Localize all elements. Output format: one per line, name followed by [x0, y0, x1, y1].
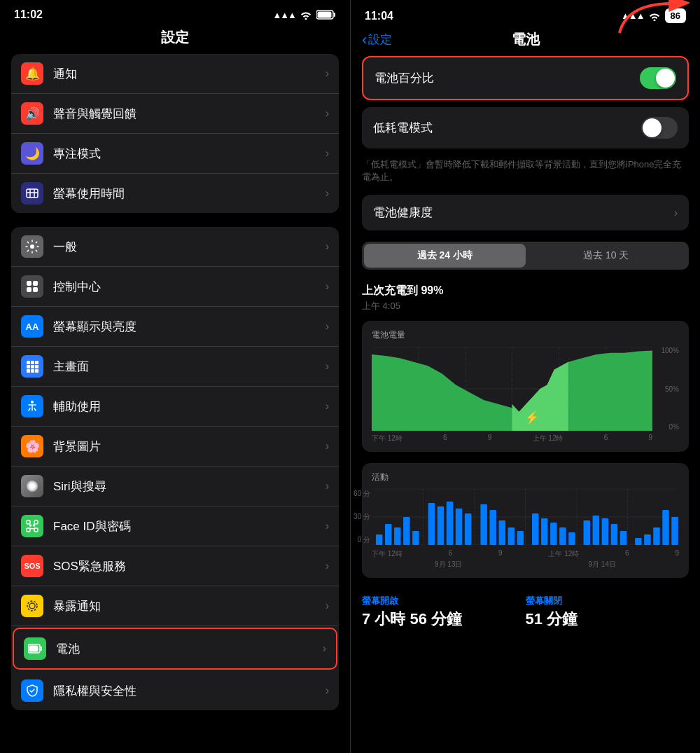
low-power-toggle[interactable]: [641, 117, 678, 139]
right-wifi-icon: [648, 11, 661, 21]
settings-item-notifications[interactable]: 🔔 通知 ›: [11, 54, 339, 94]
svg-rect-73: [611, 524, 617, 545]
settings-item-home-screen[interactable]: 主畫面 ›: [11, 347, 339, 387]
privacy-icon: [21, 679, 43, 702]
svg-rect-50: [376, 534, 382, 545]
settings-item-face-id[interactable]: Face ID與密碼 ›: [11, 506, 339, 546]
wallpaper-icon: 🌸: [21, 435, 43, 457]
battery-health-section: 電池健康度 ›: [362, 195, 689, 230]
settings-item-exposure[interactable]: 暴露通知 ›: [11, 586, 339, 626]
home-screen-chevron: ›: [326, 360, 329, 373]
notifications-chevron: ›: [326, 67, 329, 80]
accessibility-label: 輔助使用: [53, 399, 326, 415]
display-label: 螢幕顯示與亮度: [53, 319, 326, 335]
svg-rect-74: [620, 531, 626, 545]
exposure-chevron: ›: [326, 600, 329, 612]
settings-item-focus[interactable]: 🌙 專注模式 ›: [11, 134, 339, 174]
home-screen-label: 主畫面: [53, 359, 326, 375]
right-status-icons: ▲▲▲ 86: [621, 8, 686, 23]
battery-percent-badge: 86: [665, 8, 686, 23]
screen-on-col: 螢幕開啟 7 小時 56 分鐘: [362, 595, 526, 630]
chart-x-1: 下午 12時: [372, 434, 402, 443]
display-icon: AA: [21, 315, 43, 338]
act-x-5: 6: [625, 549, 629, 559]
svg-rect-8: [33, 287, 38, 292]
battery-chart-svg: ⚡: [372, 347, 652, 431]
activity-chart-container: 活動 60 分 30 分 0 分: [362, 463, 689, 578]
tab-24h[interactable]: 過去 24 小時: [364, 244, 526, 268]
settings-item-sounds[interactable]: 🔊 聲音與觸覺回饋 ›: [11, 94, 339, 134]
svg-text:⚡: ⚡: [525, 410, 539, 426]
privacy-label: 隱私權與安全性: [53, 683, 326, 699]
settings-section-1: 🔔 通知 › 🔊 聲音與觸覺回饋 › 🌙 專注模式 › 螢幕使用時間 ›: [11, 54, 339, 213]
svg-rect-63: [508, 527, 514, 545]
accessibility-icon: [21, 395, 43, 417]
settings-section-2: 一般 › 控制中心 › AA 螢幕顯示與亮度 › 主畫面 ›: [11, 227, 339, 710]
svg-rect-7: [27, 287, 31, 292]
sounds-chevron: ›: [326, 107, 329, 120]
right-panel: 11:04 ▲▲▲ 86 ‹ 設定 電池 電池百分比: [350, 0, 700, 753]
svg-rect-61: [489, 510, 496, 545]
battery-health-label: 電池健康度: [373, 205, 674, 221]
settings-item-accessibility[interactable]: 輔助使用 ›: [11, 387, 339, 427]
battery-percent-toggle[interactable]: [640, 67, 676, 89]
activity-chart-area: 60 分 30 分 0 分: [372, 489, 679, 569]
screen-time-chevron: ›: [326, 187, 329, 200]
battery-settings-icon: [24, 637, 46, 660]
battery-icon: [316, 10, 336, 20]
chart-y-100: 100%: [654, 347, 679, 354]
exposure-label: 暴露通知: [53, 598, 326, 614]
chart-y-0: 0%: [654, 423, 679, 431]
svg-rect-65: [532, 513, 538, 545]
settings-item-battery[interactable]: 電池 ›: [13, 628, 337, 670]
svg-point-23: [30, 525, 31, 526]
act-y-30: 30 分: [350, 512, 370, 522]
left-nav-bar: 設定: [0, 25, 350, 54]
battery-chart-area: 100% 50% 0% ⚡: [372, 347, 679, 431]
low-power-description: 「低耗電模式」會暫時降低下載和郵件擷取等背景活動，直到您將iPhone完全充電為…: [351, 154, 700, 195]
charge-title: 上次充電到 99%: [362, 284, 689, 298]
battery-health-chevron: ›: [674, 207, 678, 219]
settings-item-privacy[interactable]: 隱私權與安全性 ›: [11, 671, 339, 710]
nav-back-button[interactable]: ‹ 設定: [362, 31, 392, 49]
settings-item-siri[interactable]: Siri與搜尋 ›: [11, 467, 339, 506]
act-x-2: 6: [449, 549, 453, 559]
svg-rect-68: [559, 527, 566, 545]
settings-item-wallpaper[interactable]: 🌸 背景圖片 ›: [11, 427, 339, 467]
settings-item-screen-time[interactable]: 螢幕使用時間 ›: [11, 174, 339, 213]
home-screen-icon: [21, 355, 43, 378]
svg-rect-53: [403, 517, 410, 545]
battery-health-row[interactable]: 電池健康度 ›: [362, 195, 689, 230]
low-power-toggle-knob: [643, 118, 662, 137]
sounds-icon: 🔊: [21, 102, 43, 125]
left-time: 11:02: [14, 8, 43, 21]
settings-item-sos[interactable]: SOS SOS緊急服務 ›: [11, 546, 339, 586]
settings-item-general[interactable]: 一般 ›: [11, 227, 339, 267]
svg-rect-12: [27, 365, 30, 368]
chart-x-5: 6: [604, 434, 608, 443]
low-power-section: 低耗電模式: [362, 107, 689, 148]
chart-y-labels: 100% 50% 0%: [654, 347, 679, 431]
battery-chart-container: 電池電量 100% 50% 0%: [362, 321, 689, 452]
left-page-title: 設定: [161, 28, 189, 47]
svg-rect-75: [635, 538, 641, 545]
svg-rect-72: [602, 518, 608, 545]
notifications-label: 通知: [53, 66, 326, 82]
svg-rect-22: [34, 528, 38, 532]
right-page-title: 電池: [512, 30, 540, 49]
svg-point-25: [27, 601, 37, 611]
siri-label: Siri與搜尋: [53, 478, 326, 495]
settings-item-control-center[interactable]: 控制中心 ›: [11, 267, 339, 307]
tab-10d[interactable]: 過去 10 天: [526, 244, 687, 268]
battery-percent-label: 電池百分比: [374, 70, 640, 86]
nav-back-label: 設定: [368, 32, 392, 48]
sos-label: SOS緊急服務: [53, 558, 326, 574]
svg-rect-58: [456, 509, 462, 545]
chart-x-2: 6: [443, 434, 447, 443]
act-x-6: 9: [675, 549, 679, 559]
settings-item-display[interactable]: AA 螢幕顯示與亮度 ›: [11, 307, 339, 347]
svg-rect-77: [653, 527, 659, 545]
svg-rect-67: [550, 523, 556, 545]
svg-point-18: [31, 401, 34, 403]
svg-rect-2: [334, 13, 335, 17]
